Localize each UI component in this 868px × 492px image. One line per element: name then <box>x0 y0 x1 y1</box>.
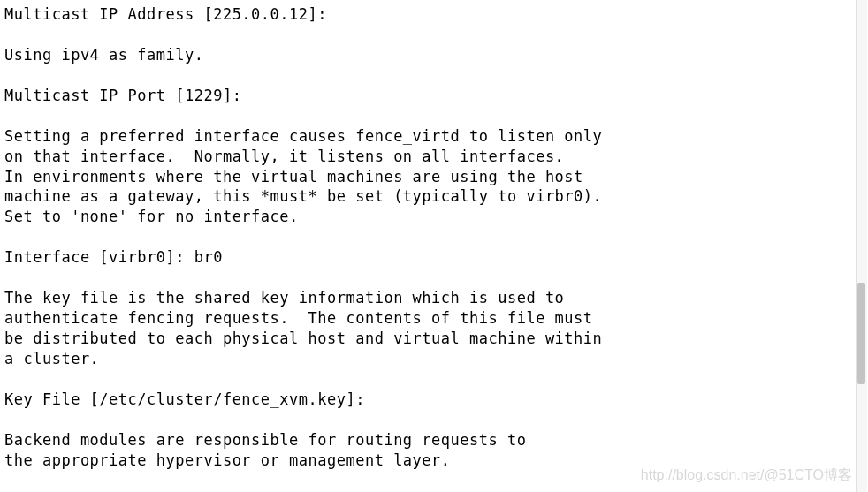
scrollbar-thumb[interactable] <box>857 283 865 384</box>
terminal-output[interactable]: Multicast IP Address [225.0.0.12]: Using… <box>4 4 864 471</box>
scrollbar-track[interactable] <box>856 0 867 492</box>
